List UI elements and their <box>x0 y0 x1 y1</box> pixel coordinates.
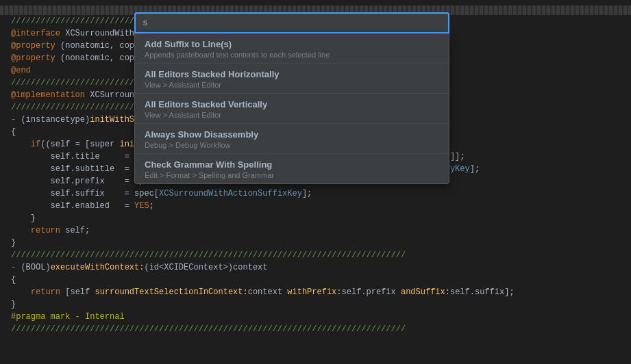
dropdown-item-subtitle: Debug > Debug Workflow <box>145 141 439 149</box>
dropdown-item-add-suffix[interactable]: Add Suffix to Line(s) Appends pasteboard… <box>135 34 449 64</box>
dropdown-list: Add Suffix to Line(s) Appends pasteboard… <box>134 34 449 184</box>
dropdown-item-subtitle: Edit > Format > Spelling and Grammar <box>145 171 439 179</box>
dropdown-item-subtitle: View > Assistant Editor <box>145 111 439 119</box>
dropdown-item-title: Add Suffix to Line(s) <box>145 39 439 49</box>
code-line: - (BOOL)executeWithContext:(id<XCIDECont… <box>0 261 631 274</box>
code-line: } <box>0 298 631 311</box>
code-line: return self; <box>0 224 631 237</box>
dropdown-item-title: All Editors Stacked Horizontally <box>145 69 439 79</box>
dropdown-item-subtitle: View > Assistant Editor <box>145 81 439 89</box>
dropdown-item-all-editors-vertical[interactable]: All Editors Stacked Vertically View > As… <box>135 94 449 124</box>
dropdown-item-title: Check Grammar With Spelling <box>145 159 439 170</box>
code-line: #pragma mark - Internal <box>0 311 631 323</box>
dropdown-item-check-grammar[interactable]: Check Grammar With Spelling Edit > Forma… <box>135 154 449 183</box>
code-line: } <box>0 237 631 249</box>
code-line: return [self surroundTextSelectionInCont… <box>0 286 631 298</box>
code-line: self.suffix = spec[XCSurroundWithActionS… <box>0 187 631 200</box>
dropdown-item-title: Always Show Disassembly <box>145 129 439 140</box>
code-line: ////////////////////////////////////////… <box>0 323 631 335</box>
search-input[interactable] <box>136 14 448 32</box>
dropdown-item-subtitle: Appends pasteboard text contents to each… <box>145 51 439 59</box>
code-line: ////////////////////////////////////////… <box>0 249 631 261</box>
search-input-wrapper <box>134 12 449 34</box>
code-line: } <box>0 212 631 224</box>
dropdown-item-title: All Editors Stacked Vertically <box>145 99 439 109</box>
search-panel: Add Suffix to Line(s) Appends pasteboard… <box>134 12 449 184</box>
code-line: { <box>0 274 631 286</box>
dropdown-item-always-show-disassembly[interactable]: Always Show Disassembly Debug > Debug Wo… <box>135 124 449 154</box>
dropdown-item-all-editors-horizontal[interactable]: All Editors Stacked Horizontally View > … <box>135 64 449 94</box>
code-line: self.enabled = YES; <box>0 200 631 212</box>
